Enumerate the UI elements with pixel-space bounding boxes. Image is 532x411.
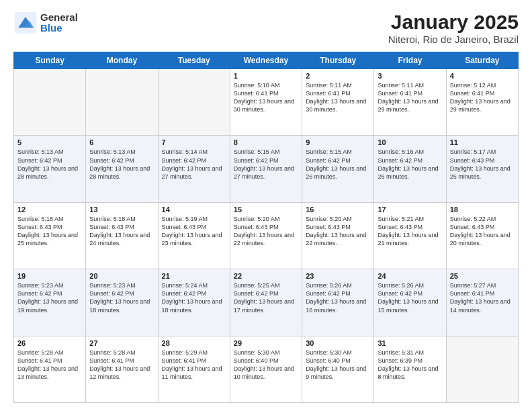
table-row: 13Sunrise: 5:18 AMSunset: 6:43 PMDayligh… [86, 202, 158, 269]
day-number: 18 [450, 205, 515, 214]
table-row [86, 69, 158, 136]
calendar-table: Sunday Monday Tuesday Wednesday Thursday… [13, 52, 519, 403]
table-row: 25Sunrise: 5:27 AMSunset: 6:41 PMDayligh… [446, 269, 518, 336]
day-number: 17 [378, 205, 442, 214]
col-thursday: Thursday [302, 52, 374, 69]
table-row [158, 69, 230, 136]
table-row [446, 336, 518, 402]
table-row: 11Sunrise: 5:17 AMSunset: 6:43 PMDayligh… [446, 136, 518, 202]
page: General Blue January 2025 Niteroi, Rio d… [0, 0, 532, 411]
day-number: 30 [306, 339, 370, 347]
table-row: 3Sunrise: 5:11 AMSunset: 6:41 PMDaylight… [374, 69, 446, 136]
day-number: 31 [378, 339, 442, 347]
day-info: Sunrise: 5:26 AMSunset: 6:42 PMDaylight:… [378, 281, 442, 314]
day-number: 14 [162, 205, 226, 214]
table-row: 26Sunrise: 5:28 AMSunset: 6:41 PMDayligh… [14, 336, 86, 402]
day-number: 12 [17, 205, 82, 214]
table-row: 27Sunrise: 5:28 AMSunset: 6:41 PMDayligh… [86, 336, 158, 402]
day-info: Sunrise: 5:15 AMSunset: 6:42 PMDaylight:… [234, 148, 298, 181]
logo-text: General Blue [40, 12, 78, 34]
day-number: 1 [234, 72, 298, 80]
day-number: 20 [89, 272, 154, 280]
calendar-title: January 2025 [388, 11, 519, 34]
table-row: 4Sunrise: 5:12 AMSunset: 6:41 PMDaylight… [446, 69, 518, 136]
title-block: January 2025 Niteroi, Rio de Janeiro, Br… [388, 11, 519, 45]
table-row: 28Sunrise: 5:29 AMSunset: 6:41 PMDayligh… [158, 336, 230, 402]
table-row: 24Sunrise: 5:26 AMSunset: 6:42 PMDayligh… [374, 269, 446, 336]
col-friday: Friday [374, 52, 446, 69]
table-row: 29Sunrise: 5:30 AMSunset: 6:40 PMDayligh… [230, 336, 302, 402]
calendar-week-row: 5Sunrise: 5:13 AMSunset: 6:42 PMDaylight… [14, 136, 519, 202]
day-info: Sunrise: 5:20 AMSunset: 6:43 PMDaylight:… [306, 215, 370, 248]
table-row: 18Sunrise: 5:22 AMSunset: 6:43 PMDayligh… [446, 202, 518, 269]
day-info: Sunrise: 5:24 AMSunset: 6:42 PMDaylight:… [162, 281, 226, 314]
day-info: Sunrise: 5:12 AMSunset: 6:41 PMDaylight:… [450, 81, 515, 114]
day-number: 25 [450, 272, 515, 280]
table-row: 10Sunrise: 5:16 AMSunset: 6:42 PMDayligh… [374, 136, 446, 202]
day-number: 11 [450, 138, 515, 146]
col-tuesday: Tuesday [158, 52, 230, 69]
table-row: 9Sunrise: 5:15 AMSunset: 6:42 PMDaylight… [302, 136, 374, 202]
day-info: Sunrise: 5:20 AMSunset: 6:43 PMDaylight:… [234, 215, 298, 248]
table-row: 6Sunrise: 5:13 AMSunset: 6:42 PMDaylight… [86, 136, 158, 202]
day-info: Sunrise: 5:25 AMSunset: 6:42 PMDaylight:… [234, 281, 298, 314]
day-number: 16 [306, 205, 370, 214]
table-row: 20Sunrise: 5:23 AMSunset: 6:42 PMDayligh… [86, 269, 158, 336]
table-row: 16Sunrise: 5:20 AMSunset: 6:43 PMDayligh… [302, 202, 374, 269]
day-number: 27 [89, 339, 154, 347]
day-info: Sunrise: 5:17 AMSunset: 6:43 PMDaylight:… [450, 148, 515, 181]
day-number: 13 [89, 205, 154, 214]
day-info: Sunrise: 5:13 AMSunset: 6:42 PMDaylight:… [17, 148, 82, 181]
day-info: Sunrise: 5:28 AMSunset: 6:41 PMDaylight:… [89, 349, 154, 381]
day-info: Sunrise: 5:18 AMSunset: 6:43 PMDaylight:… [89, 215, 154, 248]
day-info: Sunrise: 5:23 AMSunset: 6:42 PMDaylight:… [17, 281, 82, 314]
table-row: 8Sunrise: 5:15 AMSunset: 6:42 PMDaylight… [230, 136, 302, 202]
day-info: Sunrise: 5:18 AMSunset: 6:43 PMDaylight:… [17, 215, 82, 248]
day-number: 19 [17, 272, 82, 280]
day-number: 8 [234, 138, 298, 146]
day-number: 24 [378, 272, 442, 280]
calendar-week-row: 26Sunrise: 5:28 AMSunset: 6:41 PMDayligh… [14, 336, 519, 402]
calendar-subtitle: Niteroi, Rio de Janeiro, Brazil [388, 34, 519, 45]
day-info: Sunrise: 5:15 AMSunset: 6:42 PMDaylight:… [306, 148, 370, 181]
logo: General Blue [13, 11, 78, 35]
table-row: 14Sunrise: 5:19 AMSunset: 6:43 PMDayligh… [158, 202, 230, 269]
day-number: 9 [306, 138, 370, 146]
day-info: Sunrise: 5:11 AMSunset: 6:41 PMDaylight:… [306, 81, 370, 114]
day-number: 23 [306, 272, 370, 280]
logo-icon [13, 11, 38, 35]
logo-blue-text: Blue [40, 23, 78, 34]
day-number: 2 [306, 72, 370, 80]
day-number: 10 [378, 138, 442, 146]
day-info: Sunrise: 5:11 AMSunset: 6:41 PMDaylight:… [378, 81, 442, 114]
day-info: Sunrise: 5:29 AMSunset: 6:41 PMDaylight:… [162, 349, 226, 381]
table-row: 15Sunrise: 5:20 AMSunset: 6:43 PMDayligh… [230, 202, 302, 269]
table-row: 21Sunrise: 5:24 AMSunset: 6:42 PMDayligh… [158, 269, 230, 336]
day-number: 21 [162, 272, 226, 280]
col-monday: Monday [86, 52, 158, 69]
day-number: 3 [378, 72, 442, 80]
day-info: Sunrise: 5:16 AMSunset: 6:42 PMDaylight:… [378, 148, 442, 181]
table-row: 30Sunrise: 5:30 AMSunset: 6:40 PMDayligh… [302, 336, 374, 402]
table-row: 23Sunrise: 5:26 AMSunset: 6:42 PMDayligh… [302, 269, 374, 336]
logo-general-text: General [40, 12, 78, 24]
day-info: Sunrise: 5:10 AMSunset: 6:41 PMDaylight:… [234, 81, 298, 114]
day-info: Sunrise: 5:28 AMSunset: 6:41 PMDaylight:… [17, 349, 82, 381]
header: General Blue January 2025 Niteroi, Rio d… [13, 11, 519, 45]
day-info: Sunrise: 5:27 AMSunset: 6:41 PMDaylight:… [450, 281, 515, 314]
day-info: Sunrise: 5:30 AMSunset: 6:40 PMDaylight:… [306, 349, 370, 381]
table-row: 1Sunrise: 5:10 AMSunset: 6:41 PMDaylight… [230, 69, 302, 136]
header-row: Sunday Monday Tuesday Wednesday Thursday… [14, 52, 519, 69]
table-row [14, 69, 86, 136]
day-info: Sunrise: 5:21 AMSunset: 6:43 PMDaylight:… [378, 215, 442, 248]
day-number: 5 [17, 138, 82, 146]
day-info: Sunrise: 5:22 AMSunset: 6:43 PMDaylight:… [450, 215, 515, 248]
table-row: 7Sunrise: 5:14 AMSunset: 6:42 PMDaylight… [158, 136, 230, 202]
day-info: Sunrise: 5:19 AMSunset: 6:43 PMDaylight:… [162, 215, 226, 248]
day-info: Sunrise: 5:26 AMSunset: 6:42 PMDaylight:… [306, 281, 370, 314]
day-number: 26 [17, 339, 82, 347]
col-sunday: Sunday [14, 52, 86, 69]
table-row: 12Sunrise: 5:18 AMSunset: 6:43 PMDayligh… [14, 202, 86, 269]
table-row: 2Sunrise: 5:11 AMSunset: 6:41 PMDaylight… [302, 69, 374, 136]
day-number: 6 [89, 138, 154, 146]
